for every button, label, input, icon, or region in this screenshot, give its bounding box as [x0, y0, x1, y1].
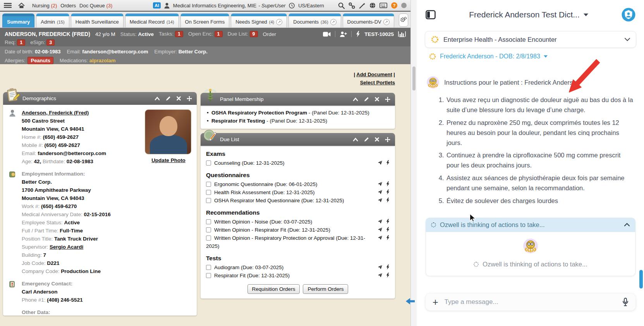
globe-icon[interactable]	[369, 2, 376, 9]
item-checkbox[interactable]	[206, 182, 211, 187]
popout-icon[interactable]: ↗	[330, 19, 337, 25]
item-checkbox[interactable]	[206, 273, 211, 278]
nav-doc-queue[interactable]: Doc Queue (3)	[79, 3, 112, 9]
link-icon[interactable]	[349, 2, 355, 9]
collapse-portlet-icon[interactable]	[155, 97, 160, 101]
collapse-portlet-icon[interactable]	[353, 138, 358, 142]
nav-nursing[interactable]: Nursing (2)	[32, 3, 57, 9]
search-icon[interactable]	[338, 2, 345, 9]
due-list-header[interactable]: Due List	[201, 133, 395, 146]
item-checkbox[interactable]	[206, 265, 211, 270]
perform-orders-button[interactable]: Perform Orders	[303, 284, 348, 294]
perform-order-bolt-icon[interactable]	[386, 160, 390, 165]
tab-medical-record[interactable]: Medical Record(14)	[125, 14, 179, 27]
requisition-orders-button[interactable]: Requisition Orders	[247, 284, 300, 294]
ai-badge[interactable]: AI	[153, 2, 161, 9]
conversation-title-dropdown[interactable]: Frederick Anderson Test Dict...	[436, 10, 622, 19]
update-photo-link[interactable]: Update Photo	[151, 156, 185, 164]
popout-icon[interactable]: ↗	[383, 19, 390, 25]
edit-portlet-icon[interactable]	[364, 97, 369, 102]
perform-order-bolt-icon[interactable]	[386, 265, 390, 270]
thinking-card-header[interactable]: Ozwell is thinking of actions to take...	[426, 218, 635, 232]
esign-count-badge[interactable]: 3	[46, 39, 55, 46]
send-order-icon[interactable]	[378, 273, 383, 278]
tab-on-screen-forms[interactable]: On Screen Forms	[180, 14, 230, 27]
timezone-label[interactable]: US/Eastern	[298, 3, 324, 9]
item-checkbox[interactable]	[206, 236, 211, 241]
add-person-icon[interactable]	[340, 31, 347, 37]
open-enc-count-badge[interactable]: 1	[215, 31, 223, 37]
hamburger-menu-icon[interactable]	[4, 3, 12, 8]
flowsheet-chart-icon[interactable]	[398, 31, 406, 37]
perform-order-bolt-icon[interactable]	[386, 198, 390, 203]
patient-name-link[interactable]: Anderson, Frederick (Fred)	[22, 110, 89, 116]
main-scrollbar-thumb[interactable]	[412, 67, 416, 90]
item-checkbox[interactable]	[206, 227, 211, 232]
nav-orders[interactable]: Orders	[60, 3, 76, 9]
order-link[interactable]: Order	[263, 31, 276, 37]
chat-scrollbar-thumb[interactable]	[639, 270, 643, 288]
keyboard-icon[interactable]	[380, 3, 387, 8]
perform-order-bolt-icon[interactable]	[386, 227, 390, 232]
perform-order-bolt-icon[interactable]	[386, 181, 390, 186]
edit-portlet-icon[interactable]	[166, 96, 171, 101]
tab-health-surveillance[interactable]: Health Surveillance	[71, 14, 124, 27]
encounter-selector[interactable]: Enterprise Health - Associate Encounter	[425, 31, 636, 48]
req-count-badge[interactable]: 1	[17, 39, 25, 46]
panel-membership-header[interactable]: Panel Membership	[201, 93, 395, 106]
home-icon[interactable]	[18, 3, 25, 9]
perform-order-bolt-icon[interactable]	[386, 219, 390, 224]
item-checkbox[interactable]	[206, 198, 211, 203]
tab-admin[interactable]: Admin(15)	[36, 14, 69, 27]
item-checkbox[interactable]	[206, 219, 211, 224]
close-portlet-icon[interactable]	[375, 97, 379, 101]
send-order-icon[interactable]	[378, 181, 383, 186]
select-portlets-link[interactable]: Select Portlets	[360, 80, 395, 85]
current-user-label[interactable]: Medical Informatics Engineering, MIE - S…	[173, 3, 285, 9]
close-portlet-icon[interactable]	[177, 96, 181, 101]
attach-plus-icon[interactable]: +	[433, 298, 438, 306]
tab-documents[interactable]: Documents(36)↗	[289, 14, 341, 27]
send-order-icon[interactable]	[378, 265, 383, 270]
move-portlet-icon[interactable]	[187, 96, 192, 101]
chevron-up-icon[interactable]	[624, 223, 630, 227]
supervisor-link[interactable]: Sergio Acardi	[50, 244, 83, 250]
item-checkbox[interactable]	[206, 160, 211, 166]
due-list-count-badge[interactable]: 9	[250, 31, 258, 37]
allergy-badge[interactable]: Peanuts	[27, 57, 53, 64]
tab-summary[interactable]: Summary	[2, 14, 34, 27]
popout-icon[interactable]: ↗	[276, 19, 282, 25]
ozwell-logo[interactable]	[622, 8, 635, 22]
add-document-link[interactable]: Add Document	[356, 72, 392, 77]
move-portlet-icon[interactable]	[385, 97, 390, 102]
quick-action-bolt-icon[interactable]	[356, 31, 360, 37]
item-checkbox[interactable]	[206, 190, 211, 195]
perform-order-bolt-icon[interactable]	[386, 235, 390, 240]
tasks-count-badge[interactable]: 1	[175, 31, 183, 37]
message-input[interactable]	[445, 298, 616, 306]
medication-link[interactable]: alprazolam	[89, 58, 116, 63]
microphone-icon[interactable]	[622, 298, 629, 306]
video-camera-icon[interactable]	[323, 32, 331, 37]
collapse-panel-arrow[interactable]	[405, 297, 415, 306]
tab-needs-signed[interactable]: Needs Signed(4)↗	[231, 14, 287, 27]
patient-name[interactable]: ANDERSON, FREDERICK (FRED)	[5, 31, 90, 37]
send-order-icon[interactable]	[378, 227, 383, 232]
send-order-icon[interactable]	[378, 189, 383, 195]
edit-portlet-icon[interactable]	[364, 137, 369, 142]
panel-toggle-icon[interactable]	[426, 10, 436, 19]
wand-icon[interactable]	[359, 2, 366, 9]
help-icon[interactable]: ?	[391, 2, 397, 9]
main-scrollbar-track[interactable]	[410, 0, 417, 326]
move-portlet-icon[interactable]	[385, 137, 390, 142]
send-order-icon[interactable]	[378, 235, 383, 240]
perform-order-bolt-icon[interactable]	[386, 189, 390, 195]
tab-documents-dv[interactable]: Documents-DV↗	[343, 14, 394, 27]
tab-settings-button[interactable]	[399, 14, 408, 27]
send-order-icon[interactable]	[378, 198, 383, 203]
send-order-icon[interactable]	[378, 160, 383, 165]
demographics-portlet-header[interactable]: Demographics	[3, 92, 197, 105]
collapse-portlet-icon[interactable]	[353, 97, 358, 101]
perform-order-bolt-icon[interactable]	[386, 273, 390, 278]
close-portlet-icon[interactable]	[375, 137, 379, 142]
